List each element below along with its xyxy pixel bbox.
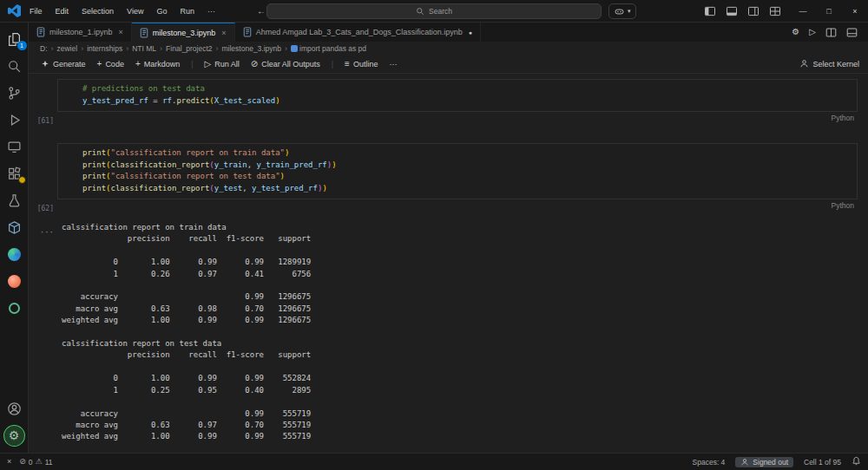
activity-remote-explorer-button[interactable]	[2, 134, 27, 159]
menu-more-icon[interactable]: ···	[206, 5, 217, 17]
account-icon	[7, 401, 22, 416]
close-button[interactable]: ×	[842, 0, 868, 23]
run-debug-icon	[7, 113, 22, 127]
menu-edit[interactable]: Edit	[54, 5, 71, 17]
cell-status-bar: [62] Python	[29, 199, 868, 212]
toolbar-more-button[interactable]: ···	[389, 60, 397, 69]
activity-testing-button[interactable]	[2, 188, 27, 212]
customize-layout-icon[interactable]	[769, 5, 781, 17]
activity-account-button[interactable]	[2, 396, 27, 421]
container-box-icon	[7, 220, 22, 235]
notebook-icon	[36, 27, 45, 37]
activity-source-control-button[interactable]	[2, 81, 27, 105]
menu-view[interactable]: View	[125, 5, 145, 17]
menu-run[interactable]: Run	[178, 5, 196, 17]
output-collapse-toggle[interactable]: ···	[40, 228, 54, 237]
menu-selection[interactable]: Selection	[80, 5, 115, 17]
cell-status-bar: [61] Python	[29, 112, 868, 124]
tab-close-icon[interactable]: ×	[119, 28, 123, 36]
split-editor-icon[interactable]	[825, 27, 837, 38]
tab-close-icon[interactable]: ×	[221, 29, 226, 37]
notifications-bell-button[interactable]	[852, 456, 861, 467]
person-icon	[799, 59, 809, 69]
chevron-right-icon: ›	[160, 44, 162, 53]
cell-code-editor[interactable]: print("calssification report on train da…	[57, 143, 858, 199]
code-line: print("calssification report on train da…	[82, 147, 850, 160]
activity-chatgpt-button[interactable]	[2, 296, 27, 320]
tab-label: Ahmed Amgad Lab_3_Cats_and_Dogs_Classifi…	[256, 28, 463, 36]
cell-code-editor[interactable]: # predictions on test data y_test_pred_r…	[57, 79, 858, 112]
chevron-right-icon: ›	[51, 44, 54, 53]
clear-all-icon: ⊘	[251, 60, 258, 69]
breadcrumb-item[interactable]: milestone_3.ipynb	[222, 44, 282, 53]
copilot-menu-button[interactable]: ▾	[608, 3, 636, 19]
code-line: print(classification_report(y_train, y_t…	[82, 160, 850, 172]
chevron-right-icon: ›	[126, 44, 128, 53]
tab-milestone-3[interactable]: milestone_3.ipynb ×	[132, 23, 235, 42]
breadcrumb-item[interactable]: D:	[40, 44, 48, 53]
code-line: print("calssification report on test dat…	[82, 171, 850, 183]
spaces-indicator[interactable]: Spaces: 4	[693, 458, 726, 467]
command-center-search[interactable]: Search	[266, 3, 602, 19]
generate-button[interactable]: Generate	[41, 60, 86, 69]
activity-bar: 1	[0, 23, 29, 453]
status-bar: × ⊘ 0 ⚠ 11 Spaces: 4 Signed out Cell 1 o…	[0, 453, 868, 470]
chevron-right-icon: ›	[216, 44, 219, 53]
outline-icon: ≡	[345, 60, 350, 69]
notebook-editor: # predictions on test data y_test_pred_r…	[29, 74, 868, 453]
remote-explorer-icon	[7, 140, 22, 154]
toggle-sidebar-icon[interactable]	[704, 5, 716, 17]
classification-report-output: calssification report on train data prec…	[57, 222, 868, 443]
breadcrumb-item[interactable]: NTI ML	[132, 44, 156, 53]
add-code-button[interactable]: + Code	[97, 60, 124, 69]
breadcrumb-item[interactable]: Final_project2	[166, 44, 212, 53]
toggle-panel-icon[interactable]	[726, 5, 738, 17]
activity-search-button[interactable]	[2, 54, 27, 78]
breadcrumb-item[interactable]: zewiel	[57, 44, 78, 53]
activity-edge-button[interactable]	[2, 242, 27, 266]
toolbar-divider: |	[332, 60, 333, 69]
activity-extensions-button[interactable]	[2, 161, 27, 186]
notebook-toolbar: Generate + Code + Markdown | ▷ Run All ⊘	[29, 55, 868, 74]
notebook-icon	[243, 27, 252, 37]
beaker-icon	[7, 193, 22, 208]
cell-language-picker[interactable]: Python	[832, 114, 854, 122]
minimize-button[interactable]: —	[790, 0, 816, 23]
tab-dirty-icon: ●	[469, 29, 472, 36]
person-icon	[740, 458, 749, 467]
clear-all-outputs-button[interactable]: ⊘ Clear All Outputs	[251, 60, 320, 69]
activity-run-debug-button[interactable]	[2, 108, 27, 132]
activity-settings-button[interactable]: ⚙	[2, 423, 27, 447]
cell-indicator[interactable]: Cell 1 of 95	[804, 458, 841, 467]
click-indicator	[3, 425, 25, 447]
notebook-settings-icon[interactable]: ⚙	[792, 28, 799, 36]
execution-count: [62]	[37, 205, 54, 212]
add-markdown-button[interactable]: + Markdown	[135, 60, 180, 69]
select-kernel-button[interactable]: Select Kernel	[799, 59, 859, 69]
cell-language-picker[interactable]: Python	[832, 201, 854, 210]
breadcrumb-symbol[interactable]: import pandas as pd	[291, 44, 366, 53]
outline-button[interactable]: ≡ Outline	[345, 60, 378, 69]
maximize-button[interactable]: □	[816, 0, 842, 23]
tab-bar: milestone_1.ipynb × milestone_3.ipynb × …	[29, 23, 868, 42]
remote-indicator[interactable]: ×	[7, 458, 11, 466]
warning-count: 11	[45, 458, 53, 467]
toggle-secondary-sidebar-icon[interactable]	[747, 5, 760, 17]
signed-out-button[interactable]: Signed out	[735, 457, 793, 467]
activity-container-tools-button[interactable]	[2, 215, 27, 239]
activity-explorer-button[interactable]: 1	[2, 27, 27, 51]
menu-file[interactable]: File	[28, 5, 44, 17]
menu-go[interactable]: Go	[155, 5, 168, 17]
vscode-logo	[8, 4, 21, 17]
notebook-icon	[140, 28, 148, 38]
tab-cats-and-dogs[interactable]: Ahmed Amgad Lab_3_Cats_and_Dogs_Classifi…	[235, 23, 481, 42]
run-all-button[interactable]: ▷ Run All	[205, 60, 240, 69]
problems-indicator[interactable]: ⊘ 0 ⚠ 11	[19, 458, 52, 467]
cell-output: ··· calssification report on train data …	[29, 222, 868, 443]
breadcrumb-item[interactable]: internships	[87, 44, 122, 53]
back-icon[interactable]: ←	[257, 6, 266, 16]
activity-extension-orange-button[interactable]	[2, 269, 27, 293]
panel-layout-icon[interactable]	[846, 27, 858, 38]
run-icon[interactable]: ▷	[809, 28, 816, 36]
tab-milestone-1[interactable]: milestone_1.ipynb ×	[29, 23, 132, 42]
